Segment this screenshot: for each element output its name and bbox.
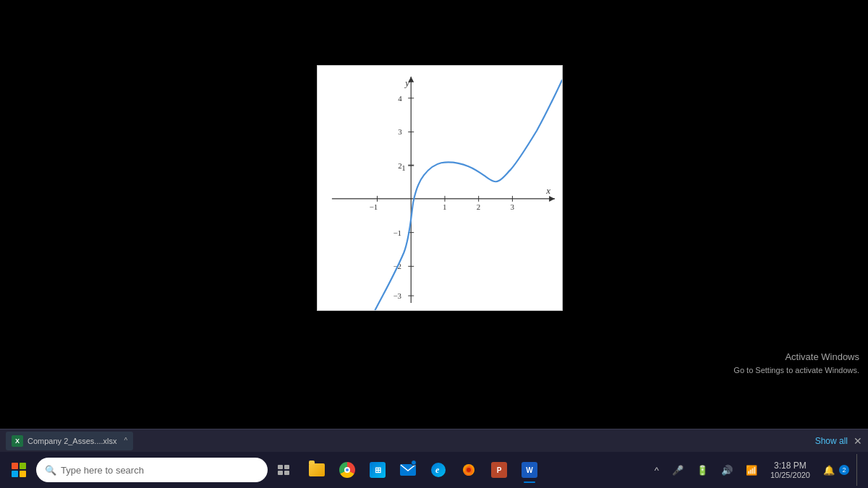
tray-mic-icon[interactable]: 🎤 — [666, 454, 689, 486]
taskbar-top-strip: X Company 2_Asses....xlsx ^ Show all ✕ — [0, 429, 868, 452]
notification-center[interactable]: 🔔 2 — [817, 454, 855, 486]
close-taskbar-button[interactable]: ✕ — [854, 435, 862, 447]
search-icon: 🔍 — [45, 465, 56, 476]
mail-icon-shape — [400, 464, 416, 476]
ppt-icon-shape: P — [491, 462, 507, 478]
activate-windows-subtitle: Go to Settings to activate Windows. — [733, 364, 859, 377]
notification-icon: 🔔 — [823, 465, 835, 476]
chevron-up-icon: ^ — [124, 437, 128, 445]
file-name-label: Company 2_Asses....xlsx — [27, 437, 117, 445]
svg-point-25 — [467, 468, 471, 472]
y-tick-4: 4 — [398, 94, 402, 103]
graph-container: x y −1 1 2 3 4 3 2 — [317, 65, 563, 311]
show-all-button[interactable]: Show all — [815, 436, 848, 446]
clock-time: 3:18 PM — [774, 461, 807, 471]
clock-date: 10/25/2020 — [770, 471, 810, 479]
svg-text:e: e — [435, 465, 440, 475]
svg-rect-19 — [284, 471, 289, 475]
show-all-area: Show all ✕ — [815, 435, 862, 447]
notification-badge: 2 — [839, 465, 849, 475]
microphone-icon: 🎤 — [672, 465, 684, 476]
excel-file-item[interactable]: X Company 2_Asses....xlsx ^ — [6, 432, 133, 450]
taskbar-icons: ⊞ e — [302, 454, 544, 486]
word-icon[interactable]: W — [515, 454, 544, 486]
y-tick-1: 1 — [401, 163, 405, 172]
powerpoint-icon[interactable]: P — [485, 454, 514, 486]
win-logo-q4 — [20, 471, 26, 477]
firefox-icon[interactable] — [454, 454, 483, 486]
svg-rect-18 — [278, 471, 283, 475]
x-tick-3: 3 — [510, 202, 514, 211]
clock[interactable]: 3:18 PM 10/25/2020 — [765, 454, 816, 486]
desktop: x y −1 1 2 3 4 3 2 — [0, 0, 868, 383]
windows-logo — [12, 463, 26, 477]
activate-windows-title: Activate Windows — [733, 350, 859, 364]
win-logo-q1 — [12, 463, 18, 469]
file-explorer-icon[interactable] — [302, 454, 331, 486]
activate-windows-notice: Activate Windows Go to Settings to activ… — [733, 350, 859, 376]
volume-icon: 🔊 — [721, 465, 733, 476]
wifi-icon: 📶 — [746, 465, 757, 476]
word-icon-shape: W — [522, 462, 537, 478]
taskbar: 🔍 Type here to search ⊞ — [0, 452, 868, 488]
battery-icon: 🔋 — [697, 465, 708, 476]
tray-volume-icon[interactable]: 🔊 — [715, 454, 739, 486]
chrome-icon-shape — [339, 462, 355, 478]
system-tray: ^ 🎤 🔋 🔊 📶 3:18 PM 10/25/2020 🔔 2 — [649, 454, 865, 486]
y-axis-label: y — [404, 77, 409, 88]
tray-overflow[interactable]: ^ — [649, 454, 665, 486]
ms-store-icon[interactable]: ⊞ — [363, 454, 392, 486]
x-tick--1: −1 — [370, 202, 378, 211]
tray-wifi-icon[interactable]: 📶 — [740, 454, 763, 486]
edge-icon[interactable]: e — [424, 454, 453, 486]
task-view-button[interactable] — [269, 454, 298, 486]
task-view-icon — [278, 465, 289, 475]
file-explorer-icon-shape — [309, 463, 325, 476]
x-axis-label: x — [545, 185, 550, 196]
ms-store-shape: ⊞ — [370, 462, 386, 478]
tray-battery-icon[interactable]: 🔋 — [691, 454, 714, 486]
start-button[interactable] — [3, 454, 35, 486]
x-tick-1: 1 — [443, 202, 446, 211]
svg-rect-17 — [284, 465, 289, 469]
y-tick-3: 3 — [398, 127, 402, 136]
graph-svg: x y −1 1 2 3 4 3 2 — [318, 66, 562, 310]
mail-notification-badge — [411, 460, 417, 466]
chrome-icon[interactable] — [333, 454, 362, 486]
edge-icon-shape: e — [430, 462, 446, 478]
x-tick-2: 2 — [477, 202, 480, 211]
chrome-icon-inner — [344, 467, 350, 473]
svg-rect-0 — [318, 66, 562, 310]
show-desktop-button[interactable] — [856, 454, 862, 486]
firefox-icon-shape — [461, 462, 477, 478]
win-logo-q3 — [12, 471, 18, 477]
excel-icon: X — [12, 435, 23, 447]
y-tick--3: −3 — [393, 291, 401, 300]
y-tick--1: −1 — [393, 228, 401, 237]
win-logo-q2 — [20, 463, 26, 469]
chevron-up-tray-icon: ^ — [655, 465, 659, 476]
svg-rect-16 — [278, 465, 283, 469]
search-bar[interactable]: 🔍 Type here to search — [36, 458, 268, 482]
search-placeholder: Type here to search — [61, 465, 144, 476]
mail-icon[interactable] — [393, 454, 422, 486]
